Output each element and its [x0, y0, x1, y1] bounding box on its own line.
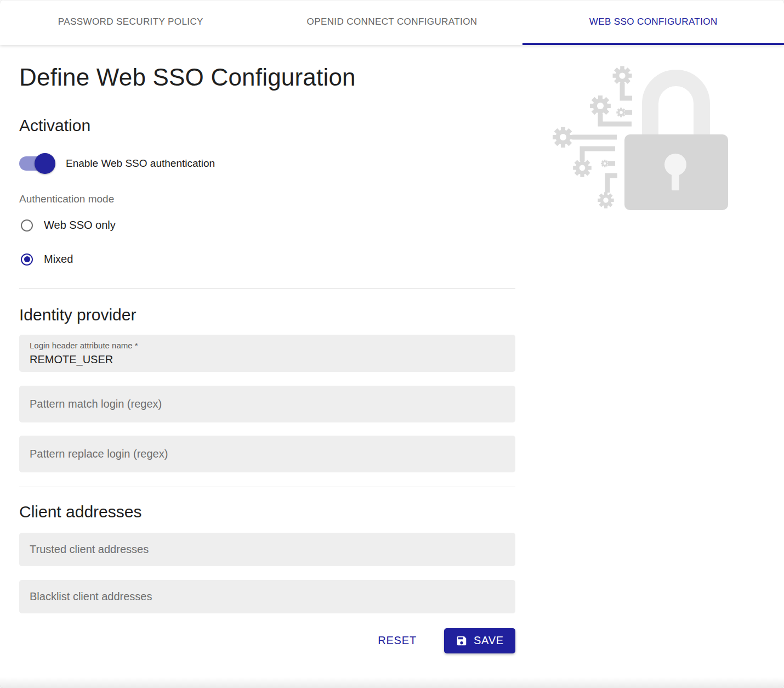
- tab-web-sso-configuration[interactable]: WEB SSO CONFIGURATION: [522, 1, 784, 45]
- trusted-client-addresses-field[interactable]: [19, 533, 515, 566]
- form-actions-row: RESET SAVE: [19, 628, 515, 653]
- section-divider: [19, 487, 515, 487]
- client-addresses-section-heading: Client addresses: [19, 502, 784, 522]
- blacklist-client-addresses-field[interactable]: [19, 580, 515, 613]
- pattern-replace-login-input[interactable]: [30, 448, 505, 460]
- pattern-match-login-field[interactable]: [19, 386, 515, 422]
- pattern-match-login-input[interactable]: [30, 398, 505, 410]
- activation-section-heading: Activation: [19, 116, 784, 136]
- reset-button[interactable]: RESET: [373, 631, 421, 650]
- login-header-attribute-field[interactable]: Login header attribute name *: [19, 335, 515, 372]
- radio-label-mixed: Mixed: [44, 253, 73, 266]
- enable-web-sso-toggle[interactable]: [19, 156, 53, 171]
- form-content: Define Web SSO Configuration Activation …: [0, 64, 784, 653]
- radio-option-mixed[interactable]: Mixed: [19, 249, 784, 270]
- toggle-knob: [35, 153, 55, 174]
- trusted-client-addresses-input[interactable]: [30, 543, 505, 556]
- card-bottom-shadow: [0, 677, 784, 688]
- login-header-attribute-input[interactable]: [30, 353, 505, 366]
- radio-unchecked-icon[interactable]: [21, 219, 33, 232]
- radio-selected-dot: [24, 256, 30, 262]
- radio-label-web-sso-only: Web SSO only: [44, 219, 116, 232]
- radio-checked-icon[interactable]: [21, 253, 33, 266]
- web-sso-configuration-page: PASSWORD SECURITY POLICY OPENID CONNECT …: [0, 0, 784, 688]
- save-button[interactable]: SAVE: [444, 628, 515, 653]
- pattern-replace-login-field[interactable]: [19, 436, 515, 472]
- save-icon: [456, 635, 468, 647]
- radio-option-web-sso-only[interactable]: Web SSO only: [19, 215, 784, 236]
- authentication-mode-label: Authentication mode: [19, 193, 784, 205]
- settings-tab-bar: PASSWORD SECURITY POLICY OPENID CONNECT …: [0, 0, 784, 45]
- enable-web-sso-toggle-label: Enable Web SSO authentication: [66, 157, 215, 170]
- section-divider: [19, 288, 515, 289]
- tab-openid-connect-configuration[interactable]: OPENID CONNECT CONFIGURATION: [262, 1, 523, 45]
- blacklist-client-addresses-input[interactable]: [30, 590, 505, 603]
- identity-provider-section-heading: Identity provider: [19, 305, 784, 325]
- enable-web-sso-toggle-row: Enable Web SSO authentication: [19, 153, 784, 174]
- login-header-attribute-label: Login header attribute name *: [30, 341, 505, 350]
- page-title: Define Web SSO Configuration: [19, 64, 784, 92]
- save-button-label: SAVE: [474, 634, 504, 647]
- tab-password-security-policy[interactable]: PASSWORD SECURITY POLICY: [0, 1, 262, 45]
